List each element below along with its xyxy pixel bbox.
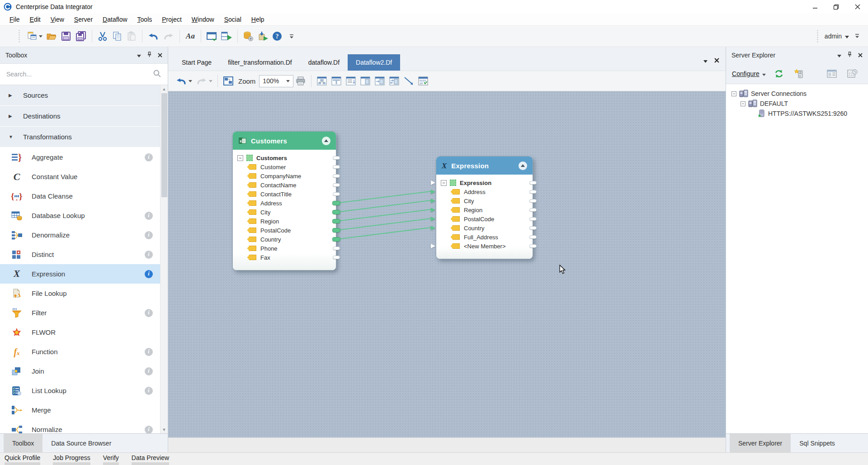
output-port-connected[interactable] (332, 210, 340, 214)
close-icon[interactable] (158, 52, 162, 59)
toolbar-overflow-button[interactable] (284, 28, 299, 44)
menu-view[interactable]: View (46, 14, 69, 24)
toolbox-item-data-cleanse[interactable]: {x}Data Cleanse (0, 186, 160, 206)
node-field-row[interactable]: Full_Address (436, 232, 533, 242)
close-tab-icon[interactable] (714, 57, 719, 64)
panel-tab-data-source-browser[interactable]: Data Source Browser (42, 434, 120, 452)
toolbox-item-normalize[interactable]: Normalizei (0, 420, 160, 433)
document-tab-dataflow2-df[interactable]: Dataflow2.Df (348, 54, 400, 71)
toolbox-item-list-lookup[interactable]: List Lookupi (0, 381, 160, 400)
info-icon[interactable]: i (145, 270, 153, 278)
node-field-row[interactable]: Country (436, 223, 533, 232)
output-port-connected[interactable] (332, 228, 340, 232)
node-field-row[interactable]: City (436, 196, 533, 205)
menu-file[interactable]: File (5, 14, 25, 24)
menu-dataflow[interactable]: Dataflow (98, 14, 132, 24)
redo-button[interactable] (161, 28, 176, 44)
info-icon[interactable]: i (145, 153, 153, 161)
output-port[interactable] (529, 208, 537, 212)
toolbox-item-file-lookup[interactable]: File Lookup (0, 284, 160, 303)
pin-icon[interactable] (147, 52, 152, 59)
node-customers[interactable]: xCustomers−CustomersCustomerCompanyNameC… (232, 131, 336, 270)
user-menu[interactable]: admin (825, 33, 849, 40)
scroll-down-icon[interactable]: ▼ (160, 426, 168, 433)
minimize-button[interactable] (804, 0, 826, 14)
status-verify[interactable]: Verify (103, 453, 119, 465)
layout-hierarchy-button[interactable] (315, 73, 329, 89)
dataflow-canvas[interactable]: xCustomers−CustomersCustomerCompanyNameC… (168, 91, 726, 437)
add-server-button[interactable] (792, 66, 807, 82)
status-quick-profile[interactable]: Quick Profile (5, 453, 40, 465)
refresh-button[interactable] (772, 66, 786, 82)
info-icon[interactable]: i (145, 251, 153, 259)
toolbar-grip[interactable] (816, 29, 819, 43)
input-port-connected[interactable] (431, 199, 435, 203)
info-icon[interactable]: i (145, 348, 153, 356)
node-header[interactable]: XExpression (436, 157, 533, 175)
output-port-connected[interactable] (332, 237, 340, 242)
job-monitor-button[interactable] (241, 28, 255, 44)
toolbox-item-constant-value[interactable]: CConstant Value (0, 167, 160, 186)
output-port[interactable] (333, 174, 340, 178)
node-field-row[interactable]: Address (436, 187, 533, 196)
menu-social[interactable]: Social (219, 14, 246, 24)
output-port-connected[interactable] (332, 201, 340, 205)
save-all-button[interactable] (73, 28, 89, 44)
output-port[interactable] (333, 156, 340, 160)
input-port-connected[interactable] (431, 226, 435, 230)
collapse-node-button[interactable] (322, 137, 330, 145)
output-port[interactable] (529, 217, 537, 221)
close-window-button[interactable] (847, 0, 868, 14)
node-header[interactable]: xCustomers (233, 132, 336, 150)
node-expression[interactable]: XExpression−ExpressionAddressCityRegionP… (436, 156, 533, 259)
node-field-row[interactable]: ContactTitle (233, 190, 336, 199)
collapse-expander-icon[interactable]: − (441, 180, 447, 186)
layout-list-button[interactable] (344, 73, 358, 89)
status-job-progress[interactable]: Job Progress (53, 453, 90, 465)
node-field-row[interactable]: City (233, 208, 336, 217)
node-field-row[interactable]: Customer (233, 162, 336, 171)
output-port[interactable] (529, 235, 537, 239)
info-icon[interactable]: i (145, 426, 153, 434)
toolbox-item-join[interactable]: Joini (0, 361, 160, 381)
toolbox-section-sources[interactable]: ▶Sources (0, 85, 160, 106)
menu-server[interactable]: Server (69, 14, 98, 24)
run-dataflow-button[interactable] (219, 28, 234, 44)
cut-button[interactable] (95, 28, 110, 44)
output-port[interactable] (333, 192, 340, 196)
node-field-row[interactable]: Region (436, 205, 533, 214)
document-tab-dataflow-df[interactable]: dataflow.Df (300, 54, 348, 71)
node-field-row[interactable]: <New Member> (436, 242, 533, 251)
toolbox-item-flwor[interactable]: FLWOR (0, 323, 160, 342)
panel-tab-server-explorer[interactable]: Server Explorer (730, 434, 791, 452)
layout-pane-button[interactable] (358, 73, 373, 89)
diagram-overview-button[interactable] (221, 73, 236, 89)
input-port[interactable] (431, 244, 435, 248)
menu-tools[interactable]: Tools (132, 14, 157, 24)
chevron-down-icon[interactable] (837, 52, 841, 59)
node-field-row[interactable]: Region (233, 217, 336, 226)
toolbox-item-merge[interactable]: Merge (0, 400, 160, 420)
undo-button[interactable] (174, 73, 194, 89)
collapse-node-button[interactable] (519, 161, 527, 170)
toolbox-item-database-lookup[interactable]: Database Lookupi (0, 206, 160, 225)
output-port[interactable] (333, 256, 340, 259)
job-queue-button[interactable] (825, 66, 839, 82)
output-port[interactable] (529, 226, 537, 230)
output-port[interactable] (333, 247, 340, 250)
node-field-row[interactable]: Phone (233, 244, 336, 253)
toolbox-scrollbar[interactable]: ▲ ▼ (160, 85, 168, 433)
node-field-row[interactable]: CompanyName (233, 171, 336, 180)
output-port[interactable] (529, 190, 537, 194)
output-port[interactable] (529, 244, 537, 248)
scrollbar-thumb[interactable] (161, 93, 167, 197)
output-port-connected[interactable] (332, 219, 340, 223)
tab-list-icon[interactable] (703, 57, 708, 64)
pin-icon[interactable] (847, 52, 852, 59)
tree-expander-icon[interactable]: − (741, 101, 745, 106)
menu-window[interactable]: Window (187, 14, 219, 24)
node-field-row[interactable]: ContactName (233, 180, 336, 190)
window-properties-button[interactable] (204, 28, 219, 44)
help-button[interactable]: ? (270, 28, 284, 44)
search-input[interactable] (6, 71, 153, 78)
